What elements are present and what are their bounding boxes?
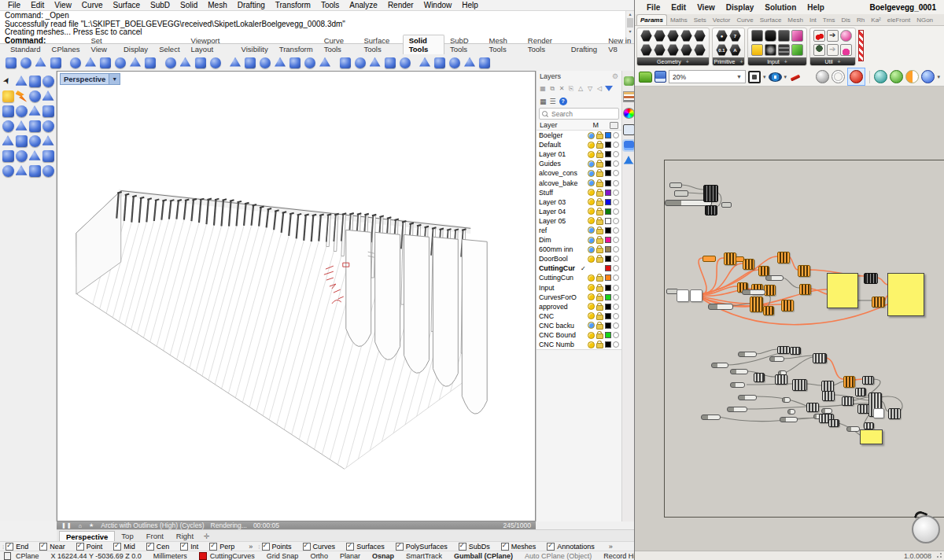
menu-item[interactable]: Render [383,1,419,9]
solid-tool-icon[interactable] [245,57,256,68]
open-file-icon[interactable] [639,72,652,83]
gh-component-node[interactable] [842,396,854,406]
layer-row[interactable]: approved [537,302,621,311]
layer-name[interactable]: Guides [539,160,579,168]
cplane-label[interactable]: CPlane [16,552,39,560]
add-viewport-icon[interactable]: ✛ [200,532,214,540]
shaded-preview-selected[interactable] [847,68,865,86]
layer-visibility-bulb-icon[interactable] [588,332,595,339]
category-tab[interactable]: Params [636,14,667,25]
layer-search-box[interactable] [539,108,619,120]
gh-component-node[interactable] [822,391,835,401]
graph-mapper-icon[interactable] [751,44,763,56]
layer-row[interactable]: CNC backu [537,321,621,330]
gh-slider-node[interactable] [730,369,748,374]
solid-tool-icon[interactable] [6,57,17,68]
sidebar-tool-icon[interactable] [16,135,28,147]
layer-name[interactable]: Layer 04 [539,208,579,216]
chevron-down-icon[interactable]: ▼ [109,74,120,84]
sidebar-tool-icon[interactable] [29,120,41,132]
layer-lock-icon[interactable] [596,296,603,301]
geometry-param-icon[interactable] [694,30,706,42]
layer-lock-icon[interactable] [596,343,603,348]
layer-name[interactable]: Input [539,284,579,292]
sidebar-tool-icon[interactable] [2,135,14,147]
category-tab[interactable]: Trns [820,15,839,25]
grasshopper-panel-icon[interactable] [624,76,634,86]
layer-row[interactable]: Layer 04 [537,207,621,216]
layer-lock-icon[interactable] [596,238,603,244]
layer-visibility-bulb-icon[interactable] [588,237,595,244]
toolbar-tab[interactable]: Render Tools [522,35,566,54]
checkbox-icon[interactable] [346,543,354,551]
gh-component-node[interactable] [754,373,765,382]
layer-material-radio[interactable] [613,265,619,271]
toolbar-tab[interactable]: Curve Tools [319,35,359,54]
layer-material-radio[interactable] [613,285,619,291]
layer-row[interactable]: CuttingCun [537,273,621,282]
gh-warning-component[interactable] [777,252,790,263]
layer-color-swatch[interactable] [605,313,611,319]
layer-lock-icon[interactable] [596,305,603,311]
layer-row[interactable]: alcove_bake [537,178,621,187]
layer-row[interactable]: Boelger [537,131,621,140]
status-toggle[interactable]: Planar [340,552,360,560]
gh-slider-node[interactable] [780,417,798,422]
layer-row[interactable]: ref [537,226,621,235]
layer-name[interactable]: Default [539,141,579,149]
toolbar-tab[interactable]: Drafting [566,44,603,54]
gh-component-node[interactable] [864,273,878,284]
layer-row[interactable]: Default [537,140,621,149]
search-input[interactable] [550,109,616,119]
category-tab[interactable]: Vector [710,15,734,25]
group-label[interactable]: Input+ [748,57,806,65]
button-icon[interactable] [765,30,776,42]
solid-tool-icon[interactable] [165,57,176,68]
layer-lock-icon[interactable] [596,182,603,187]
layer-lock-icon[interactable] [596,315,603,320]
layer-name[interactable]: Layer 05 [539,217,579,225]
drag-grip[interactable]: ⁞ [0,543,6,551]
layer-row[interactable]: CurvesForO [537,293,621,302]
toolbar-tab[interactable]: Standard [5,44,46,54]
only-draw-selected-icon[interactable] [874,70,887,83]
resize-grip[interactable] [936,552,942,558]
gh-panel-node[interactable] [860,429,883,444]
solid-tool-icon[interactable] [50,57,61,68]
status-toggle[interactable]: Osnap [372,552,394,560]
toolbar-tab[interactable]: Set View [85,35,117,54]
layer-material-radio[interactable] [613,142,619,148]
layer-name[interactable]: DoorBool [539,255,579,263]
layer-lock-icon[interactable] [596,248,603,253]
gh-warning-component[interactable] [724,252,736,265]
expand-icon[interactable]: + [784,59,787,64]
menu-item[interactable]: View [691,3,721,12]
layer-material-radio[interactable] [613,132,619,138]
text-param-icon[interactable]: A [729,44,741,57]
layer-color-swatch[interactable] [605,190,611,196]
solid-tool-icon[interactable] [319,57,330,68]
move-left-icon[interactable]: ◁ [596,85,603,93]
toolbar-tab[interactable]: Select [153,44,185,54]
move-up-icon[interactable]: △ [577,85,584,93]
expand-icon[interactable]: + [838,59,841,64]
layer-material-radio[interactable] [613,218,619,224]
relay-icon[interactable] [827,30,839,42]
layer-row[interactable]: Layer 05 [537,216,621,226]
pause-icon[interactable]: ❚❚ [61,522,72,529]
gh-slider-node[interactable] [738,395,757,400]
layer-name[interactable]: 600mm inn [539,245,579,253]
toolbar-tab[interactable]: Display [118,44,153,54]
gh-slider-node[interactable] [738,352,757,357]
solid-tool-icon[interactable] [355,57,366,68]
solid-tool-icon[interactable] [304,57,315,68]
number-param-icon[interactable]: 0.1 [716,44,728,57]
checkbox-icon[interactable] [547,543,555,551]
layers-column-header[interactable]: Layer M [537,120,621,131]
layer-color-swatch[interactable] [605,274,611,281]
image-sampler-icon[interactable] [791,44,803,56]
gh-cluster-node[interactable] [690,289,702,302]
gh-panel-node[interactable] [887,273,924,316]
sidebar-tool-icon[interactable] [2,90,14,102]
layer-visibility-bulb-icon[interactable] [588,198,595,205]
